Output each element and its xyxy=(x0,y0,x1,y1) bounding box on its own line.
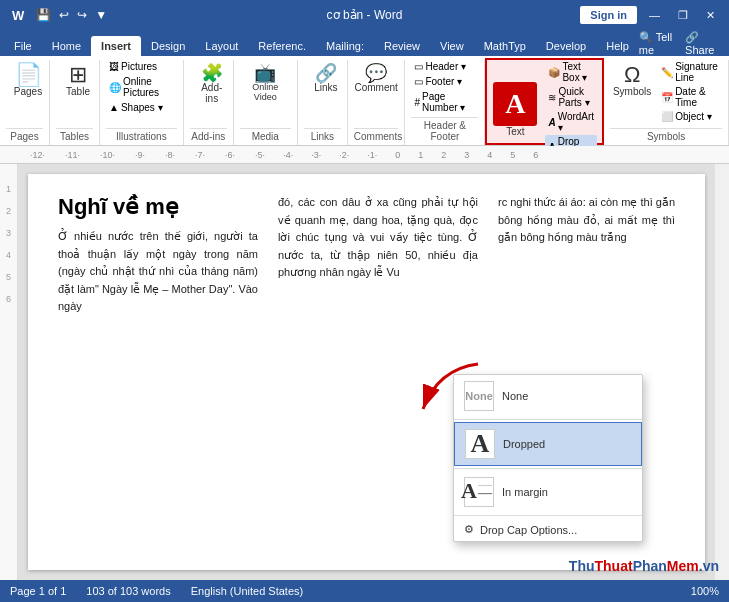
ribbon-group-headerfooter: ▭ Header ▾ ▭ Footer ▾ # Page Number ▾ He… xyxy=(405,60,485,145)
tab-home[interactable]: Home xyxy=(42,36,91,56)
tab-mailings[interactable]: Mailing: xyxy=(316,36,374,56)
text-big-button[interactable]: A xyxy=(493,82,537,126)
page-number-icon: # xyxy=(414,97,420,108)
table-label: Table xyxy=(66,86,90,97)
tab-design[interactable]: Design xyxy=(141,36,195,56)
watermark-vn: .vn xyxy=(699,558,719,574)
comment-icon: 💬 xyxy=(365,64,387,82)
document-title: cơ bản - Word xyxy=(327,8,403,22)
zoom-level: 100% xyxy=(691,585,719,597)
tab-layout[interactable]: Layout xyxy=(195,36,248,56)
dropcap-none[interactable]: None None xyxy=(454,375,642,417)
dropcap-dropped[interactable]: A Dropped xyxy=(454,422,642,466)
links-button[interactable]: 🔗 Links xyxy=(304,60,348,97)
comment-button[interactable]: 💬 Comment xyxy=(354,60,399,97)
footer-label: Footer ▾ xyxy=(425,76,462,87)
ribbon-group-links: 🔗 Links Links xyxy=(298,60,348,145)
object-button[interactable]: ⬜ Object ▾ xyxy=(658,110,722,123)
title-bar-right: Sign in — ❐ ✕ xyxy=(580,6,721,24)
online-pictures-icon: 🌐 xyxy=(109,82,121,93)
document-heading: Nghĩ về mẹ xyxy=(58,194,258,220)
ruler: ·12· ·11· ·10· ·9· ·8· ·7· ·6· ·5· ·4· ·… xyxy=(0,146,729,164)
addins-button[interactable]: 🧩 Add-ins xyxy=(190,60,234,108)
document-col-left: Nghĩ về mẹ Ở nhiều nước trên thế giới, n… xyxy=(58,194,258,550)
document-page: Nghĩ về mẹ Ở nhiều nước trên thế giới, n… xyxy=(28,174,705,570)
redo-icon[interactable]: ↪ xyxy=(75,6,89,24)
dropcap-options-label: Drop Cap Options... xyxy=(480,524,577,536)
signature-icon: ✏️ xyxy=(661,67,673,78)
wordart-label: WordArt ▾ xyxy=(558,111,595,133)
document-mid-text: đó, các con dâu ở xa cũng phải tự hội về… xyxy=(278,194,478,282)
ribbon-tabs: File Home Insert Design Layout Referenc.… xyxy=(0,30,729,56)
page-number-button[interactable]: # Page Number ▾ xyxy=(411,90,478,114)
undo-icon[interactable]: ↩ xyxy=(57,6,71,24)
tab-mathtype[interactable]: MathTyp xyxy=(474,36,536,56)
word-logo: W xyxy=(8,7,28,24)
signature-label: Signature Line xyxy=(675,61,719,83)
watermark: ThuThuatPhanMem.vn xyxy=(569,558,719,574)
dropcap-options-icon: ⚙ xyxy=(464,523,474,536)
addins-group-label: Add-ins xyxy=(190,128,227,145)
share-button[interactable]: 🔗 Share xyxy=(685,31,723,56)
shapes-icon: ▲ xyxy=(109,102,119,113)
page-number-label: Page Number ▾ xyxy=(422,91,475,113)
tab-help[interactable]: Help xyxy=(596,36,639,56)
tab-file[interactable]: File xyxy=(4,36,42,56)
tab-review[interactable]: Review xyxy=(374,36,430,56)
pages-label: Pages xyxy=(14,86,42,97)
online-pictures-button[interactable]: 🌐 Online Pictures xyxy=(106,75,177,99)
signature-line-button[interactable]: ✏️ Signature Line xyxy=(658,60,722,84)
tab-view[interactable]: View xyxy=(430,36,474,56)
title-bar: W 💾 ↩ ↪ ▼ cơ bản - Word Sign in — ❐ ✕ xyxy=(0,0,729,30)
links-group-label: Links xyxy=(304,128,341,145)
pictures-button[interactable]: 🖼 Pictures xyxy=(106,60,177,73)
textbox-button[interactable]: 📦 Text Box ▾ xyxy=(545,60,597,84)
dropcap-options[interactable]: ⚙ Drop Cap Options... xyxy=(454,518,642,541)
wordart-button[interactable]: A WordArt ▾ xyxy=(545,110,597,134)
watermark-phan: Phan xyxy=(633,558,667,574)
footer-icon: ▭ xyxy=(414,76,423,87)
customize-icon[interactable]: ▼ xyxy=(93,6,109,24)
vertical-scrollbar[interactable] xyxy=(715,164,729,580)
dropcap-inmargin-label: In margin xyxy=(502,486,548,498)
table-button[interactable]: ⊞ Table xyxy=(56,60,100,101)
shapes-button[interactable]: ▲ Shapes ▾ xyxy=(106,101,177,114)
online-video-icon: 📺 xyxy=(254,64,276,82)
ribbon-right: 🔍 Tell me 🔗 Share xyxy=(639,31,723,56)
ruler-numbers: ·12· ·11· ·10· ·9· ·8· ·7· ·6· ·5· ·4· ·… xyxy=(30,150,556,160)
save-icon[interactable]: 💾 xyxy=(34,6,53,24)
quick-access-toolbar: 💾 ↩ ↪ ▼ xyxy=(34,6,109,24)
text-big-icon: A xyxy=(505,88,525,120)
pictures-icon: 🖼 xyxy=(109,61,119,72)
online-pictures-label: Online Pictures xyxy=(123,76,174,98)
language-indicator: English (United States) xyxy=(191,585,304,597)
quickparts-button[interactable]: ≋ Quick Parts ▾ xyxy=(545,85,597,109)
tell-me-box[interactable]: 🔍 Tell me xyxy=(639,31,681,56)
media-group-label: Media xyxy=(240,128,291,145)
footer-button[interactable]: ▭ Footer ▾ xyxy=(411,75,478,88)
dropcap-inmargin[interactable]: A ── In margin xyxy=(454,471,642,513)
watermark-thuat: Thuat xyxy=(595,558,633,574)
tab-references[interactable]: Referenc. xyxy=(248,36,316,56)
symbols-button[interactable]: Ω Symbols xyxy=(610,60,654,101)
header-button[interactable]: ▭ Header ▾ xyxy=(411,60,478,73)
ribbon-group-text: A Text 📦 Text Box ▾ ≋ Quick Parts ▾ A Wo… xyxy=(485,58,604,145)
dropcap-dropdown: None None A Dropped A ── In margin ⚙ xyxy=(453,374,643,542)
tab-develop[interactable]: Develop xyxy=(536,36,596,56)
symbols-group-label: Symbols xyxy=(610,128,722,145)
ribbon-group-comments: 💬 Comment Comments xyxy=(348,60,406,145)
pages-button[interactable]: 📄 Pages xyxy=(6,60,50,101)
tab-insert[interactable]: Insert xyxy=(91,36,141,56)
date-time-button[interactable]: 📅 Date & Time xyxy=(658,85,722,109)
shapes-label: Shapes ▾ xyxy=(121,102,163,113)
links-label: Links xyxy=(314,82,337,93)
table-icon: ⊞ xyxy=(69,64,87,86)
comments-group-label: Comments xyxy=(354,128,399,145)
online-video-button[interactable]: 📺 Online Video xyxy=(240,60,291,106)
document-area: 123456 Nghĩ về mẹ Ở nhiều nước trên thế … xyxy=(0,164,729,580)
textbox-icon: 📦 xyxy=(548,67,560,78)
close-button[interactable]: ✕ xyxy=(700,7,721,24)
sign-in-button[interactable]: Sign in xyxy=(580,6,637,24)
maximize-button[interactable]: ❐ xyxy=(672,7,694,24)
minimize-button[interactable]: — xyxy=(643,7,666,23)
